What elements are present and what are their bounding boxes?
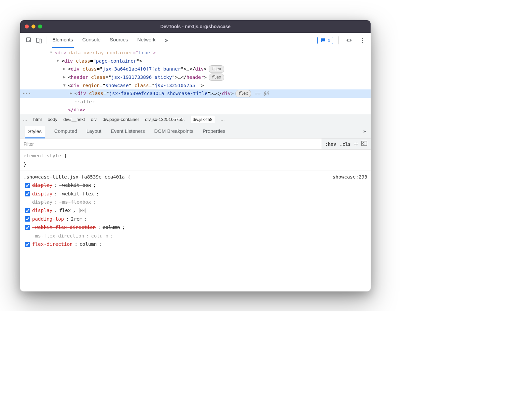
property-value[interactable]: -webkit-flex (59, 190, 94, 198)
property-value[interactable]: -ms-flexbox (59, 198, 91, 206)
breadcrumb-item[interactable]: div.page-container (103, 117, 139, 122)
breadcrumb-item[interactable]: html (33, 117, 42, 122)
declaration-toggle[interactable] (25, 191, 30, 196)
svg-point-3 (362, 38, 363, 39)
tree-row[interactable]: ▼ <div class="page-container"> (20, 57, 371, 65)
subtab-event-listeners[interactable]: Event Listeners (111, 128, 145, 138)
declaration-toggle[interactable] (25, 208, 30, 213)
property-value[interactable]: flex (59, 206, 71, 215)
styles-filter-tools: :hov .cls + (322, 138, 371, 149)
tab-console[interactable]: Console (82, 33, 101, 48)
element-style-selector: element.style (24, 153, 61, 158)
css-declaration[interactable]: -webkit-flex-direction: column; (24, 223, 367, 232)
svg-rect-2 (39, 39, 42, 43)
flex-editor-icon[interactable] (79, 208, 86, 213)
property-value[interactable]: 2rem (71, 215, 82, 223)
tree-row[interactable]: ▼ <div region="showcase" class="jsx-1325… (20, 81, 371, 90)
gear-icon[interactable] (344, 35, 354, 45)
tab-elements[interactable]: Elements (52, 33, 74, 48)
tab-sources[interactable]: Sources (109, 33, 129, 48)
hov-toggle[interactable]: :hov (325, 141, 336, 147)
property-value[interactable]: column (91, 232, 108, 240)
toolbar-divider (46, 36, 46, 44)
css-declaration[interactable]: display: -ms-flexbox; (24, 198, 367, 206)
css-declaration[interactable]: flex-direction: column; (24, 240, 367, 248)
subtab-dom-breakpoints[interactable]: DOM Breakpoints (154, 128, 193, 138)
property-name[interactable]: -webkit-flex-direction (32, 223, 96, 232)
styles-filter-input[interactable] (20, 138, 322, 149)
devtools-window: DevTools - nextjs.org/showcase Elements … (20, 20, 371, 291)
subtab-styles[interactable]: Styles (25, 126, 45, 138)
tab-network[interactable]: Network (137, 33, 156, 48)
cls-toggle[interactable]: .cls (339, 141, 351, 147)
property-name[interactable]: display (32, 181, 52, 189)
css-declaration[interactable]: display: -webkit-flex; (24, 190, 367, 198)
subtab-properties[interactable]: Properties (203, 128, 225, 138)
new-rule-button[interactable]: + (354, 140, 358, 148)
breadcrumb-item-active[interactable]: div.jsx-fa8 (191, 116, 215, 123)
property-value[interactable]: column (79, 240, 97, 248)
maximize-window-button[interactable] (38, 25, 42, 28)
subtabs-overflow-icon[interactable]: » (363, 128, 366, 138)
svg-rect-10 (80, 211, 82, 212)
element-style-block[interactable]: element.style { } (20, 151, 371, 169)
styles-content[interactable]: element.style { } .showcase-title.jsx-fa… (20, 150, 371, 291)
subtab-computed[interactable]: Computed (54, 128, 77, 138)
titlebar: DevTools - nextjs.org/showcase (20, 20, 371, 33)
property-value[interactable]: -webkit-box (59, 181, 91, 189)
property-name[interactable]: display (32, 206, 52, 215)
issues-badge[interactable]: 1 (317, 37, 333, 44)
toolbar-divider (338, 36, 339, 44)
breadcrumb-item[interactable]: div.jsx-1325105755. (145, 117, 185, 122)
rule-source-link[interactable]: showcase:293 (333, 173, 367, 181)
issues-count: 1 (328, 38, 330, 43)
property-value[interactable]: column (103, 223, 120, 232)
css-declaration[interactable]: padding-top: 2rem; (24, 215, 367, 223)
row-actions-icon[interactable]: ••• (22, 89, 31, 98)
tree-row[interactable]: ▶ <div class="jsx-3a64d1ae4f0f7fab banne… (20, 65, 371, 73)
breadcrumb-item[interactable]: body (48, 117, 57, 122)
tree-row[interactable]: ▼ <div data-overlay-container="true"> (20, 49, 371, 57)
property-name[interactable]: padding-top (32, 215, 64, 223)
css-declaration[interactable]: display: flex; (24, 206, 367, 215)
declaration-toggle[interactable] (25, 242, 30, 247)
css-declaration[interactable]: display: -webkit-box; (24, 181, 367, 189)
subtab-layout[interactable]: Layout (86, 128, 101, 138)
flex-badge[interactable]: flex (209, 74, 224, 81)
minimize-window-button[interactable] (31, 25, 35, 28)
breadcrumb-overflow-right[interactable]: … (221, 117, 225, 122)
close-window-button[interactable] (25, 25, 29, 28)
window-controls (25, 25, 42, 28)
inspect-element-icon[interactable] (24, 35, 34, 45)
pseudo-element: ::after (75, 98, 95, 106)
breadcrumb-item[interactable]: div#__next (63, 117, 85, 122)
declaration-toggle[interactable] (25, 225, 30, 230)
property-name[interactable]: display (32, 190, 52, 198)
sidebar-toggle-icon[interactable] (361, 141, 367, 147)
breadcrumb-overflow-left[interactable]: … (23, 117, 27, 122)
kebab-menu-icon[interactable] (357, 35, 367, 45)
tree-row[interactable]: </div> (20, 106, 371, 114)
tabs-overflow-icon[interactable]: » (164, 33, 169, 48)
declaration-toggle[interactable] (25, 183, 30, 188)
styles-sub-tabs: Styles Computed Layout Event Listeners D… (20, 125, 371, 138)
svg-point-4 (362, 40, 363, 41)
flex-badge[interactable]: flex (209, 65, 224, 73)
property-name[interactable]: flex-direction (32, 240, 73, 248)
console-reference: == $0 (254, 89, 269, 98)
declaration-toggle[interactable] (25, 216, 30, 222)
flex-badge[interactable]: flex (235, 90, 251, 97)
css-rule-block[interactable]: .showcase-title.jsx-fa8539efcca401a { sh… (20, 172, 371, 249)
rule-selector[interactable]: .showcase-title.jsx-fa8539efcca401a { (24, 173, 130, 181)
elements-pane: ▼ <div data-overlay-container="true"> ▼ … (20, 48, 371, 291)
dom-tree[interactable]: ▼ <div data-overlay-container="true"> ▼ … (20, 48, 371, 114)
property-name[interactable]: display (32, 198, 52, 206)
css-declaration[interactable]: -ms-flex-direction: column; (24, 232, 367, 240)
tree-row-selected[interactable]: ••• ▶ <div class="jsx-fa8539efcca401a sh… (20, 89, 371, 98)
breadcrumb-item[interactable]: div (91, 117, 97, 122)
device-toggle-icon[interactable] (34, 35, 44, 45)
svg-rect-8 (80, 209, 82, 211)
property-name[interactable]: -ms-flex-direction (32, 232, 84, 240)
tree-row[interactable]: ::after (20, 98, 371, 106)
tree-row[interactable]: ▶ <header class="jsx-1931733896 sticky">… (20, 73, 371, 81)
